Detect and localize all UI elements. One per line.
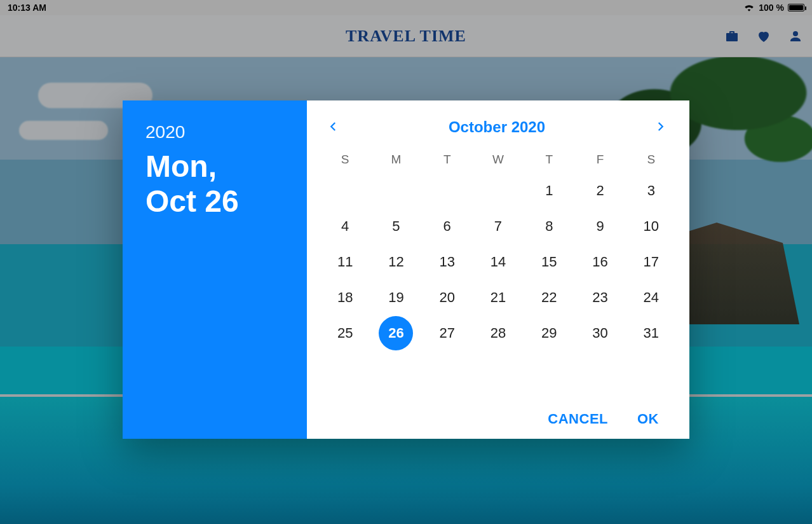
- calendar-day-number: 19: [379, 280, 413, 315]
- calendar-day[interactable]: 14: [473, 244, 524, 280]
- weekday-label: S: [626, 149, 677, 170]
- calendar-day-number: 12: [379, 245, 413, 279]
- selected-date-label[interactable]: Mon, Oct 26: [145, 149, 284, 219]
- month-year-label[interactable]: October 2020: [449, 118, 545, 136]
- calendar-day[interactable]: 30: [574, 315, 625, 351]
- year-label[interactable]: 2020: [145, 122, 284, 142]
- calendar-day[interactable]: 24: [626, 280, 677, 315]
- calendar-day[interactable]: 1: [524, 173, 574, 209]
- cancel-button[interactable]: CANCEL: [548, 411, 608, 427]
- calendar-blank: [473, 173, 524, 209]
- calendar-day[interactable]: 20: [422, 280, 473, 315]
- calendar-day[interactable]: 7: [473, 209, 524, 244]
- calendar-day-number: 2: [583, 174, 618, 208]
- calendar-day-number: 30: [583, 316, 618, 350]
- calendar-blank: [370, 173, 421, 209]
- calendar-day[interactable]: 23: [574, 280, 625, 315]
- calendar-blank: [320, 173, 370, 209]
- next-month-button[interactable]: [647, 114, 673, 140]
- calendar-day-number: 31: [634, 316, 668, 350]
- calendar-day-number: 23: [583, 280, 618, 315]
- calendar-day-number: 28: [481, 316, 515, 350]
- weekday-label: W: [473, 149, 524, 170]
- calendar-day-number: 17: [634, 245, 668, 279]
- calendar-day[interactable]: 25: [320, 315, 370, 351]
- chevron-right-icon: [654, 121, 666, 134]
- calendar-day-number: 11: [328, 245, 362, 279]
- calendar-day-number: 24: [634, 280, 668, 315]
- ok-button[interactable]: OK: [637, 411, 659, 427]
- weekday-label: T: [524, 149, 574, 170]
- calendar-day-number: 18: [328, 280, 362, 315]
- calendar-day[interactable]: 6: [422, 209, 473, 244]
- selected-date-line1: Mon,: [145, 149, 217, 183]
- selected-date-line2: Oct 26: [145, 184, 239, 218]
- month-navigation: October 2020: [320, 109, 677, 145]
- calendar-day[interactable]: 27: [422, 315, 473, 351]
- calendar-day[interactable]: 21: [473, 280, 524, 315]
- calendar-day[interactable]: 15: [524, 244, 574, 280]
- weekday-label: F: [574, 149, 625, 170]
- calendar-day-number: 20: [430, 280, 464, 315]
- weekday-label: S: [320, 149, 370, 170]
- calendar-day-number: 6: [430, 209, 464, 244]
- calendar-day-number: 26: [379, 316, 413, 350]
- calendar-day[interactable]: 2: [574, 173, 625, 209]
- calendar-day-number: 16: [583, 245, 618, 279]
- calendar-day[interactable]: 9: [574, 209, 625, 244]
- date-picker-header: 2020 Mon, Oct 26: [123, 100, 307, 439]
- calendar-day[interactable]: 16: [574, 244, 625, 280]
- calendar-day[interactable]: 28: [473, 315, 524, 351]
- dialog-actions: CANCEL OK: [320, 402, 677, 431]
- calendar-day-number: 21: [481, 280, 515, 315]
- weekday-header: SMTWTFS: [320, 149, 677, 170]
- calendar-day-number: 25: [328, 316, 362, 350]
- chevron-left-icon: [328, 121, 339, 134]
- calendar-day-number: 9: [583, 209, 618, 244]
- calendar-day[interactable]: 29: [524, 315, 574, 351]
- calendar-day[interactable]: 31: [626, 315, 677, 351]
- calendar-grid: 1234567891011121314151617181920212223242…: [320, 173, 677, 351]
- calendar-day-number: 14: [481, 245, 515, 279]
- previous-month-button[interactable]: [321, 114, 346, 140]
- calendar-day-number: 10: [634, 209, 668, 244]
- calendar-day[interactable]: 4: [320, 209, 370, 244]
- weekday-label: T: [422, 149, 473, 170]
- weekday-label: M: [370, 149, 421, 170]
- calendar-day-number: 1: [532, 174, 566, 208]
- calendar-day[interactable]: 13: [422, 244, 473, 280]
- calendar-day[interactable]: 5: [370, 209, 421, 244]
- calendar-day[interactable]: 19: [370, 280, 421, 315]
- calendar-day[interactable]: 3: [626, 173, 677, 209]
- calendar-day-number: 15: [532, 245, 566, 279]
- calendar-day-number: 29: [532, 316, 566, 350]
- calendar-day-number: 4: [328, 209, 362, 244]
- calendar-day-number: 27: [430, 316, 464, 350]
- calendar-day-number: 5: [379, 209, 413, 244]
- calendar-day[interactable]: 26: [370, 315, 421, 351]
- calendar-day[interactable]: 18: [320, 280, 370, 315]
- calendar-day[interactable]: 10: [626, 209, 677, 244]
- calendar-day-number: 3: [634, 174, 668, 208]
- calendar-day[interactable]: 8: [524, 209, 574, 244]
- calendar-day[interactable]: 11: [320, 244, 370, 280]
- calendar-day-number: 8: [532, 209, 566, 244]
- calendar-day-number: 13: [430, 245, 464, 279]
- calendar-day-number: 7: [481, 209, 515, 244]
- calendar-day[interactable]: 22: [524, 280, 574, 315]
- calendar-blank: [422, 173, 473, 209]
- date-picker-dialog: 2020 Mon, Oct 26 October 2020 SMTWTFS 12…: [123, 100, 689, 439]
- calendar-day[interactable]: 17: [626, 244, 677, 280]
- calendar-day-number: 22: [532, 280, 566, 315]
- calendar-day[interactable]: 12: [370, 244, 421, 280]
